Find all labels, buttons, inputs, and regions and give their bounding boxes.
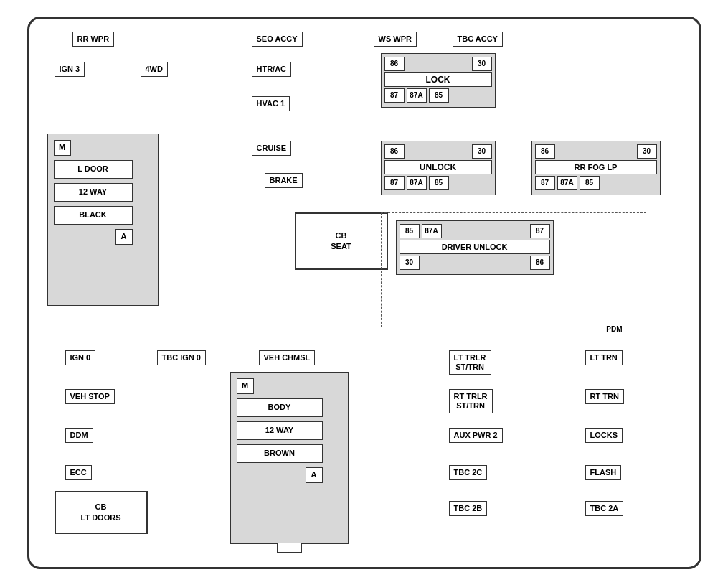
a-left-label: A bbox=[115, 229, 133, 245]
ecc-label: ECC bbox=[65, 465, 92, 480]
tbc-accy-label: TBC ACCY bbox=[453, 32, 503, 47]
m-right-label: M bbox=[237, 378, 254, 394]
rr-fog-lp-label: RR FOG LP bbox=[535, 160, 657, 174]
hvac1-label: HVAC 1 bbox=[252, 96, 290, 111]
fog-86: 86 bbox=[535, 144, 555, 159]
tbc-ign0-label: TBC IGN 0 bbox=[157, 350, 206, 365]
tbc-2b-label: TBC 2B bbox=[449, 501, 488, 516]
brown-label: BROWN bbox=[237, 444, 323, 463]
body-label: BODY bbox=[237, 398, 323, 417]
unlock-87a: 87A bbox=[407, 176, 427, 190]
lock-86: 86 bbox=[384, 57, 405, 71]
a-right-label: A bbox=[306, 467, 323, 483]
lt-trlr-label: LT TRLRST/TRN bbox=[449, 350, 491, 375]
lock-label: LOCK bbox=[384, 72, 492, 87]
twelve-way-right-label: 12 WAY bbox=[237, 421, 323, 440]
lock-85: 85 bbox=[429, 88, 449, 103]
du-86: 86 bbox=[530, 256, 550, 270]
unlock-87: 87 bbox=[384, 176, 405, 190]
unlock-85: 85 bbox=[429, 176, 449, 190]
ddm-label: DDM bbox=[65, 428, 93, 443]
brake-label: BRAKE bbox=[265, 173, 303, 188]
lock-87a: 87A bbox=[407, 88, 427, 103]
ign3-label: IGN 3 bbox=[55, 62, 85, 77]
tbc-2c-label: TBC 2C bbox=[449, 465, 488, 480]
du-85: 85 bbox=[400, 224, 420, 238]
seo-accy-label: SEO ACCY bbox=[252, 32, 303, 47]
lock-30: 30 bbox=[472, 57, 492, 71]
veh-stop-label: VEH STOP bbox=[65, 389, 115, 404]
flash-label: FLASH bbox=[585, 465, 622, 480]
fog-30: 30 bbox=[637, 144, 657, 159]
connector-bottom bbox=[277, 543, 302, 553]
fog-87a: 87A bbox=[557, 176, 577, 190]
htr-ac-label: HTR/AC bbox=[252, 62, 292, 77]
black-label: BLACK bbox=[54, 206, 133, 225]
cb-lt-doors-label: CBLT DOORS bbox=[80, 502, 120, 523]
du-87: 87 bbox=[530, 224, 550, 238]
ign0-label: IGN 0 bbox=[65, 350, 96, 365]
rt-trn-label: RT TRN bbox=[585, 389, 624, 404]
lock-87: 87 bbox=[384, 88, 405, 103]
unlock-86: 86 bbox=[384, 144, 405, 159]
veh-chmsl-label: VEH CHMSL bbox=[259, 350, 316, 365]
l-door-label: L DOOR bbox=[54, 160, 133, 179]
du-87a: 87A bbox=[422, 224, 442, 238]
rr-wpr-label: RR WPR bbox=[72, 32, 115, 47]
driver-unlock-label: DRIVER UNLOCK bbox=[400, 240, 550, 254]
rt-trlr-label: RT TRLRST/TRN bbox=[449, 389, 493, 413]
twelve-way-left-label: 12 WAY bbox=[54, 183, 133, 202]
fwd-label: 4WD bbox=[141, 62, 168, 77]
m-left-label: M bbox=[54, 140, 71, 156]
unlock-label: UNLOCK bbox=[384, 160, 492, 174]
fog-87: 87 bbox=[535, 176, 555, 190]
fog-85: 85 bbox=[580, 176, 600, 190]
unlock-30: 30 bbox=[472, 144, 492, 159]
ws-wpr-label: WS WPR bbox=[374, 32, 417, 47]
pdm-label: PDM bbox=[605, 325, 623, 333]
du-30: 30 bbox=[400, 256, 420, 270]
cruise-label: CRUISE bbox=[252, 141, 292, 156]
locks-label: LOCKS bbox=[585, 428, 623, 443]
tbc-2a-label: TBC 2A bbox=[585, 501, 624, 516]
lt-trn-label: LT TRN bbox=[585, 350, 623, 365]
cb-seat-label: CBSEAT bbox=[331, 230, 351, 251]
main-diagram: RR WPR SEO ACCY WS WPR TBC ACCY IGN 3 4W… bbox=[27, 17, 701, 569]
aux-pwr2-label: AUX PWR 2 bbox=[449, 428, 503, 443]
